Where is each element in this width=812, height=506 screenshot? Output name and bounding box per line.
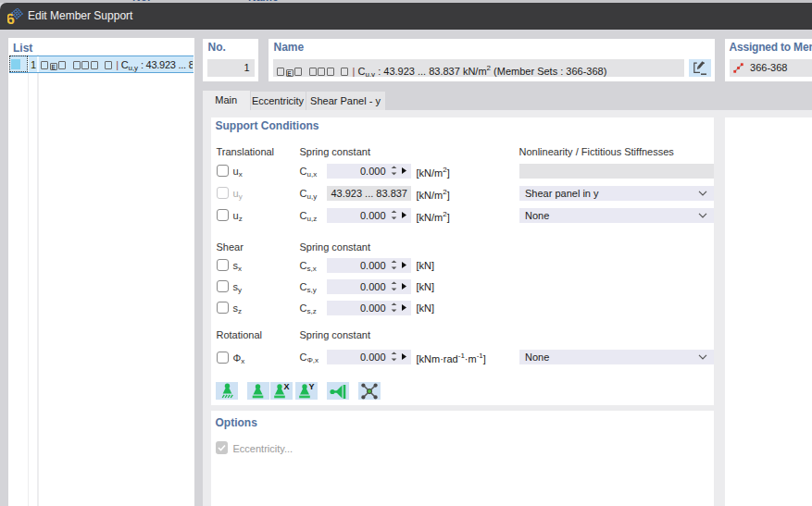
svg-text:6: 6 — [7, 10, 16, 25]
svg-text:X: X — [284, 382, 290, 391]
svg-text:Y: Y — [309, 382, 315, 391]
